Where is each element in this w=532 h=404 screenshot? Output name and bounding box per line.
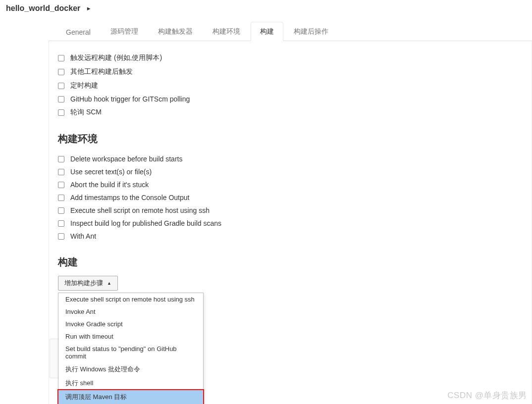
- build-step-option[interactable]: 执行 shell: [58, 376, 203, 390]
- buildenv-label: Use secret text(s) or file(s): [70, 168, 152, 176]
- add-build-step-dropdown: Execute shell script on remote host usin…: [58, 293, 204, 404]
- buildenv-checkbox[interactable]: [58, 169, 64, 175]
- tab-1[interactable]: 源码管理: [101, 22, 148, 41]
- trigger-checkbox[interactable]: [58, 96, 64, 102]
- buildenv-row: Add timestamps to the Console Output: [58, 191, 523, 204]
- buildenv-label: Abort the build if it's stuck: [70, 181, 149, 189]
- buildenv-checkbox[interactable]: [58, 233, 64, 240]
- tab-4[interactable]: 构建: [251, 22, 283, 41]
- add-build-step-label: 增加构建步骤: [64, 279, 103, 288]
- build-step-option[interactable]: Run with timeout: [58, 330, 203, 343]
- trigger-checkbox[interactable]: [58, 69, 64, 75]
- trigger-label: GitHub hook trigger for GITScm polling: [70, 95, 190, 103]
- trigger-row: 触发远程构建 (例如,使用脚本): [58, 51, 523, 65]
- tab-0[interactable]: General: [56, 23, 100, 41]
- build-step-option[interactable]: 调用顶层 Maven 目标: [57, 389, 204, 404]
- trigger-checkbox[interactable]: [58, 83, 64, 89]
- buildenv-checkbox[interactable]: [58, 156, 64, 162]
- caret-up-icon: ▲: [107, 281, 111, 286]
- buildenv-row: Use secret text(s) or file(s): [58, 165, 523, 178]
- buildenv-label: Add timestamps to the Console Output: [70, 194, 189, 202]
- build-step-option[interactable]: 执行 Windows 批处理命令: [58, 362, 203, 376]
- buildenv-checkbox[interactable]: [58, 220, 64, 227]
- tab-5[interactable]: 构建后操作: [284, 22, 338, 41]
- config-content: 触发远程构建 (例如,使用脚本)其他工程构建后触发定时构建GitHub hook…: [49, 41, 532, 404]
- trigger-row: 定时构建: [58, 79, 523, 93]
- buildenv-checkbox[interactable]: [58, 207, 64, 214]
- add-build-step-button[interactable]: 增加构建步骤 ▲: [58, 276, 118, 291]
- buildenv-label: Inspect build log for published Gradle b…: [70, 219, 221, 227]
- buildenv-row: Abort the build if it's stuck: [58, 178, 523, 191]
- trigger-checkbox[interactable]: [58, 109, 64, 116]
- breadcrumb: hello_world_docker ▸: [0, 0, 532, 17]
- tab-2[interactable]: 构建触发器: [149, 22, 202, 41]
- trigger-label: 轮询 SCM: [70, 108, 102, 117]
- trigger-label: 其他工程构建后触发: [70, 67, 133, 76]
- trigger-label: 触发远程构建 (例如,使用脚本): [70, 53, 162, 62]
- build-step-option[interactable]: Execute shell script on remote host usin…: [58, 293, 203, 305]
- buildenv-label: Execute shell script on remote host usin…: [70, 206, 210, 214]
- buildenv-row: Delete workspace before build starts: [58, 152, 523, 165]
- build-step-option[interactable]: Set build status to "pending" on GitHub …: [58, 343, 203, 362]
- buildenv-label: With Ant: [70, 232, 96, 240]
- build-step-option[interactable]: Invoke Ant: [58, 305, 203, 318]
- buildenv-row: With Ant: [58, 230, 523, 243]
- buildenv-checkbox[interactable]: [58, 182, 64, 188]
- trigger-checkbox[interactable]: [58, 55, 64, 61]
- buildenv-row: Execute shell script on remote host usin…: [58, 204, 523, 217]
- section-build-env-heading: 构建环境: [58, 132, 523, 146]
- buildenv-checkbox[interactable]: [58, 195, 64, 201]
- config-tabs: General源码管理构建触发器构建环境构建构建后操作: [49, 17, 532, 41]
- tab-3[interactable]: 构建环境: [203, 22, 250, 41]
- chevron-right-icon: ▸: [87, 5, 90, 12]
- trigger-row: 轮询 SCM: [58, 105, 523, 119]
- section-build-heading: 构建: [58, 255, 523, 269]
- breadcrumb-title[interactable]: hello_world_docker: [6, 4, 80, 13]
- buildenv-label: Delete workspace before build starts: [70, 155, 182, 163]
- trigger-row: GitHub hook trigger for GITScm polling: [58, 93, 523, 105]
- build-step-option[interactable]: Invoke Gradle script: [58, 318, 203, 330]
- buildenv-row: Inspect build log for published Gradle b…: [58, 217, 523, 230]
- trigger-label: 定时构建: [70, 81, 98, 90]
- trigger-row: 其他工程构建后触发: [58, 65, 523, 79]
